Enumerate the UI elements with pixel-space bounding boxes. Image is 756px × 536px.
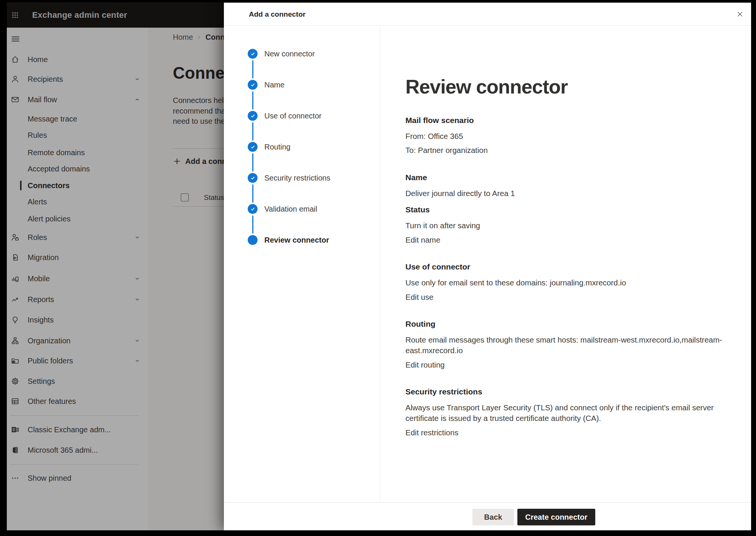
dialog-title: Add a connector <box>249 3 306 26</box>
step-label-security-restrictions[interactable]: Security restrictions <box>264 173 331 183</box>
review-section-heading: Mail flow scenario <box>405 115 732 125</box>
dialog-footer: Back Create connector <box>224 502 751 530</box>
review-section-text: Turn it on after saving <box>405 220 727 231</box>
review-section-heading: Routing <box>405 319 732 329</box>
review-title: Review connector <box>405 75 732 98</box>
review-panel: Review connector Mail flow scenarioFrom:… <box>380 26 751 502</box>
step-circle-use-of-connector[interactable] <box>248 111 258 121</box>
step-connector-line <box>252 122 254 140</box>
step-label-name[interactable]: Name <box>264 80 284 90</box>
screenshot-frame: Exchange admin center HomeRecipientsMail… <box>0 0 756 536</box>
close-icon[interactable] <box>735 9 745 19</box>
dialog-header: Add a connector <box>224 3 751 26</box>
review-section-heading: Status <box>405 204 732 215</box>
review-section-text: Deliver journal directly to Area 1 <box>405 188 727 199</box>
step-connector-line <box>252 60 254 78</box>
step-label-validation-email[interactable]: Validation email <box>264 204 317 214</box>
add-connector-dialog: Add a connector New connectorNameUse of … <box>224 3 751 530</box>
edit-name-link[interactable]: Edit name <box>405 235 440 245</box>
step-connector-line <box>252 184 254 203</box>
create-connector-button[interactable]: Create connector <box>517 509 595 525</box>
edit-use-link[interactable]: Edit use <box>405 292 433 302</box>
review-section-text: From: Office 365 <box>405 131 727 142</box>
edit-routing-link[interactable]: Edit routing <box>405 360 445 370</box>
step-circle-review-connector[interactable] <box>248 235 258 245</box>
review-section-text: Always use Transport Layer Security (TLS… <box>405 402 727 424</box>
step-label-review-connector[interactable]: Review connector <box>264 235 329 245</box>
back-button[interactable]: Back <box>472 509 514 525</box>
edit-restrictions-link[interactable]: Edit restrictions <box>405 427 458 438</box>
step-circle-routing[interactable] <box>248 142 258 152</box>
review-section-heading: Use of connector <box>405 262 732 272</box>
review-section-heading: Name <box>405 172 732 182</box>
step-circle-validation-email[interactable] <box>248 204 258 214</box>
review-section-text: Use only for email sent to these domains… <box>405 277 727 288</box>
step-circle-security-restrictions[interactable] <box>248 173 258 183</box>
step-label-use-of-connector[interactable]: Use of connector <box>264 111 321 121</box>
step-circle-name[interactable] <box>248 80 258 90</box>
review-section-text: Route email messages through these smart… <box>405 335 727 356</box>
wizard-stepper: New connectorNameUse of connectorRouting… <box>224 26 380 502</box>
step-label-new-connector[interactable]: New connector <box>264 49 315 59</box>
step-circle-new-connector[interactable] <box>248 49 258 59</box>
review-sections: Mail flow scenarioFrom: Office 365To: Pa… <box>405 115 732 438</box>
step-connector-line <box>252 153 254 171</box>
step-connector-line <box>252 91 254 109</box>
step-label-routing[interactable]: Routing <box>264 142 290 152</box>
step-connector-line <box>252 215 254 234</box>
review-section-text: To: Partner organization <box>405 145 727 156</box>
review-section-heading: Security restrictions <box>405 386 732 397</box>
screen: Exchange admin center HomeRecipientsMail… <box>7 2 751 530</box>
